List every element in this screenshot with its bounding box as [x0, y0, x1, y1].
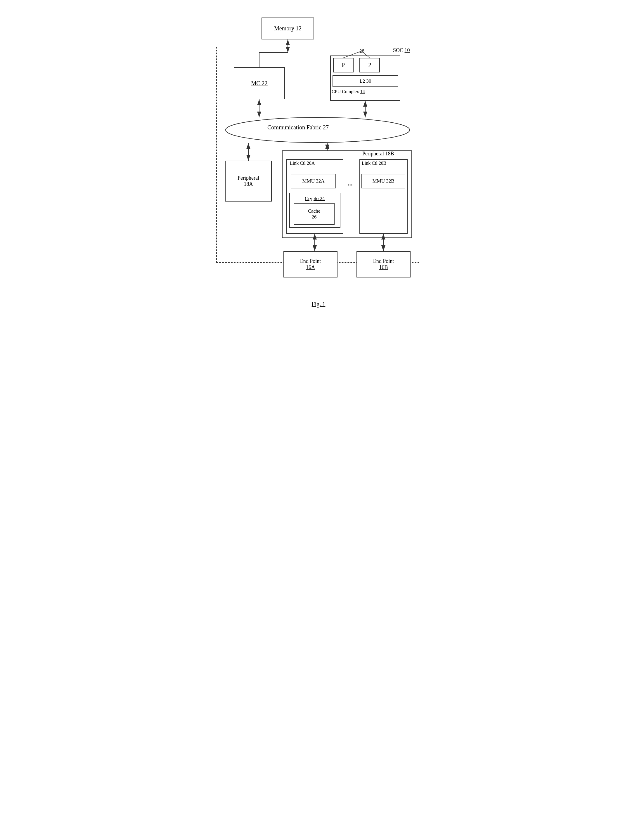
peripheral-18a-number: 18A — [244, 181, 253, 187]
dots: ... — [348, 180, 353, 187]
cache-26-number: 26 — [312, 214, 317, 219]
mmu-32a-label: MMU 32A — [302, 178, 324, 184]
mmu-32a-box: MMU 32A — [291, 174, 336, 188]
mmu-32a-number: 32A — [316, 178, 324, 184]
cpu-complex-number: 14 — [360, 89, 365, 94]
link-ctl-20a-label: Link Ctl 20A — [290, 161, 315, 166]
l2-number: 30 — [367, 78, 371, 84]
comm-fabric-number: 27 — [323, 124, 329, 131]
page: SOC 10 Memory 12 MC 22 CPU Complex 14 P … — [207, 12, 430, 308]
peripheral-18b-label: Peripheral 18B — [362, 151, 394, 157]
fig-label: Fig. 1 — [312, 301, 326, 307]
endpoint-16a-box: End Point 16A — [283, 251, 338, 278]
cache-26-label: Cache — [308, 208, 320, 214]
p-right-box: P — [359, 58, 380, 73]
comm-fabric-label: Communication Fabric 27 — [267, 124, 329, 131]
l2-label: L2 30 — [359, 78, 371, 84]
endpoint-16a-number: 16A — [306, 264, 315, 270]
endpoint-16b-label: End Point — [373, 258, 394, 264]
endpoint-16a-label: End Point — [300, 258, 321, 264]
memory-number: 12 — [296, 25, 302, 32]
soc-number: 10 — [405, 47, 410, 53]
cpu-complex-label: CPU Complex 14 — [332, 89, 365, 94]
fig-caption: Fig. 1 — [207, 301, 430, 308]
mc-label: MC 22 — [251, 80, 267, 87]
peripheral-18b-number: 18B — [385, 151, 394, 156]
p-left-label: P — [342, 62, 345, 68]
l2-box: L2 30 — [332, 75, 398, 87]
mc-box: MC 22 — [234, 67, 285, 99]
link-ctl-20b-number: 20B — [379, 161, 387, 166]
memory-label: Memory 12 — [274, 25, 302, 32]
p-right-label: P — [368, 62, 371, 68]
mc-number: 22 — [262, 80, 268, 87]
peripheral-18a-box: Peripheral 18A — [225, 161, 272, 202]
memory-box: Memory 12 — [261, 17, 314, 39]
endpoint-16b-number: 16B — [379, 264, 388, 270]
label-28: 28 — [359, 48, 364, 54]
link-ctl-20b-label: Link Ctl 20B — [362, 161, 386, 166]
endpoint-16b-box: End Point 16B — [357, 251, 411, 278]
p-left-box: P — [333, 58, 354, 73]
peripheral-18a-label: Peripheral — [237, 175, 259, 181]
mmu-32b-number: 32B — [386, 178, 394, 184]
diagram: SOC 10 Memory 12 MC 22 CPU Complex 14 P … — [216, 12, 421, 292]
link-ctl-20b-box — [359, 159, 408, 234]
crypto-24-number: 24 — [320, 196, 325, 201]
soc-label: SOC 10 — [393, 47, 410, 54]
mmu-32b-label: MMU 32B — [372, 178, 394, 184]
crypto-24-label: Crypto 24 — [305, 196, 325, 202]
link-ctl-20a-number: 20A — [307, 161, 315, 166]
mmu-32b-box: MMU 32B — [362, 174, 405, 188]
cache-26-box: Cache 26 — [294, 203, 335, 225]
